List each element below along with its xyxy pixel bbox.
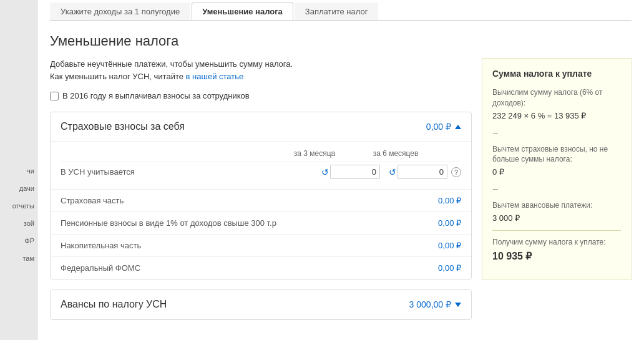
insurance-section: Страховые взносы за себя 0,00 ₽ за 3 мес… [50,112,472,279]
insurance-item-3: Федеральный ФОМС 0,00 ₽ [51,256,471,279]
advances-section: Авансы по налогу УСН 3 000,00 ₽ [50,289,472,320]
page-title: Уменьшение налога [50,33,472,49]
usn-row: В УСН учитывается ↺ ↺ [61,162,461,182]
refresh-3months-icon[interactable]: ↺ [321,167,329,177]
col-6months: за 6 месяцев [355,149,436,158]
insurance-item-1: Пенсионные взносы в виде 1% от доходов с… [51,211,471,234]
main-content: Укажите доходы за 1 полугодие Уменьшение… [37,0,644,340]
insurance-item-0-label: Страховая часть [61,196,124,205]
insurance-item-0: Страховая часть 0,00 ₽ [51,189,471,211]
sidebar-item-tam[interactable]: там [0,250,37,267]
advances-header: Авансы по налогу УСН 3 000,00 ₽ [51,290,471,319]
input-6months-group: ↺ ? [389,165,461,179]
sidebar-item-zoy[interactable]: зой [0,215,37,232]
article-link[interactable]: в нашей статье [186,72,244,81]
tab-pay[interactable]: Заплатите налог [295,2,379,20]
right-panel: Сумма налога к уплате Вычислим сумму нал… [482,58,632,280]
insurance-item-1-value: 0,00 ₽ [438,218,461,228]
calc-formula: 232 249 × 6 % = 13 935 ₽ [492,111,621,120]
col-3months: за 3 месяца [274,149,355,158]
panel-divider [492,230,621,231]
info-icon[interactable]: ? [451,167,461,177]
advances-amount-value: 3 000,00 ₽ [409,299,451,309]
sidebar-item-dachi[interactable]: дачи [0,180,37,197]
sidebar-item-chi[interactable]: чи [0,162,37,180]
input-3months[interactable] [330,165,380,179]
calc-label: Вычислим сумму налога (6% от доходов): [492,87,621,109]
tab-bar: Укажите доходы за 1 полугодие Уменьшение… [50,0,632,21]
insurance-header: Страховые взносы за себя 0,00 ₽ [51,112,471,142]
result-label: Получим сумму налога к уплате: [492,237,621,248]
subtract-insurance-value: 0 ₽ [492,167,621,177]
description: Добавьте неучтённые платежи, чтобы умень… [50,58,472,82]
tab-income[interactable]: Укажите доходы за 1 полугодие [50,2,190,20]
input-3months-cell: ↺ [299,165,380,179]
advances-title: Авансы по налогу УСН [61,299,167,310]
insurance-amount-value: 0,00 ₽ [426,122,451,132]
sidebar-item-otchety[interactable]: отчеты [0,197,37,215]
insurance-item-2: Накопительная часть 0,00 ₽ [51,234,471,256]
insurance-item-1-label: Пенсионные взносы в виде 1% от доходов с… [61,218,276,228]
subtract-advance-value: 3 000 ₽ [492,213,621,223]
panel-title: Сумма налога к уплате [492,69,621,79]
employees-checkbox-row: В 2016 году я выплачивал взносы за сотру… [50,91,472,100]
employees-checkbox[interactable] [50,92,59,100]
insurance-amount-toggle[interactable]: 0,00 ₽ [426,122,461,132]
insurance-table: за 3 месяца за 6 месяцев В УСН учитывает… [51,142,471,189]
subtract-insurance-row: Вычтем страховые взносы, но не больше су… [492,144,621,177]
insurance-item-0-value: 0,00 ₽ [438,196,461,205]
insurance-item-2-label: Накопительная часть [61,241,141,250]
tab-reduce[interactable]: Уменьшение налога [192,2,293,20]
input-3months-group: ↺ [321,165,380,179]
insurance-title: Страховые взносы за себя [61,121,185,132]
dash-1: − [492,128,621,139]
subtract-advance-label: Вычтем авансовые платежи: [492,200,621,211]
advances-expand-icon [455,303,461,307]
insurance-item-3-label: Федеральный ФОМС [61,263,140,273]
employees-checkbox-label: В 2016 году я выплачивал взносы за сотру… [62,91,250,100]
refresh-6months-icon[interactable]: ↺ [389,167,396,177]
usn-label: В УСН учитывается [61,167,299,177]
insurance-item-2-value: 0,00 ₽ [438,241,461,250]
subtract-insurance-label: Вычтем страховые взносы, но не больше су… [492,144,621,165]
advances-amount-toggle[interactable]: 3 000,00 ₽ [409,299,461,309]
table-header: за 3 месяца за 6 месяцев [61,149,461,158]
result-row: Получим сумму налога к уплате: 10 935 ₽ [492,237,621,262]
subtract-advance-row: Вычтем авансовые платежи: 3 000 ₽ [492,200,621,223]
sidebar: чи дачи отчеты зой ФР там [0,0,37,340]
calc-row: Вычислим сумму налога (6% от доходов): 2… [492,87,621,120]
insurance-item-3-value: 0,00 ₽ [438,263,461,273]
description-line1: Добавьте неучтённые платежи, чтобы умень… [50,58,472,70]
result-value: 10 935 ₽ [492,250,621,262]
description-line2: Как уменьшить налог УСН, читайте в нашей… [50,70,472,83]
insurance-collapse-icon [455,125,461,129]
sidebar-item-fr[interactable]: ФР [0,232,37,250]
input-6months-cell: ↺ ? [380,165,461,179]
dash-2: − [492,184,621,195]
input-6months[interactable] [398,165,447,179]
